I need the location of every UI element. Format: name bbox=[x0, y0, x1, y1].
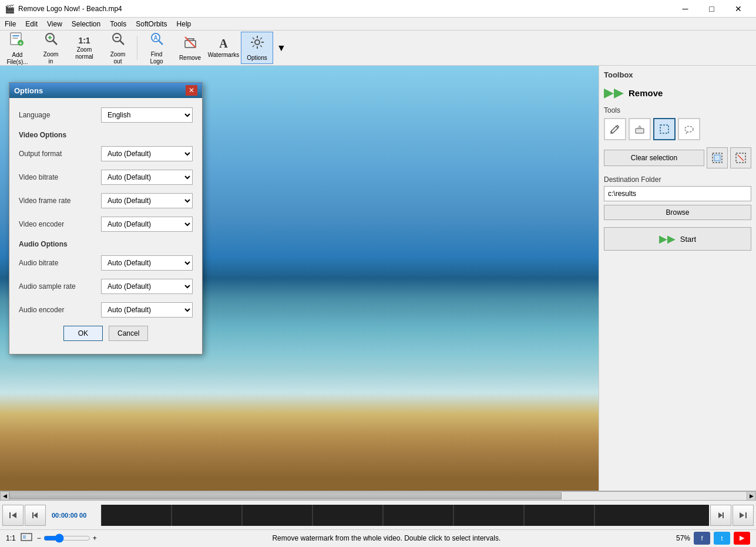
eraser-tool-button[interactable] bbox=[629, 118, 651, 140]
skip-to-start-button[interactable] bbox=[2, 505, 23, 526]
horizontal-scrollbar[interactable]: ◀ ▶ bbox=[0, 491, 756, 500]
scroll-left-button[interactable]: ◀ bbox=[0, 491, 9, 501]
title-bar: 🎬 Remove Logo Now! - Beach.mp4 ─ □ ✕ bbox=[0, 0, 756, 18]
skip-to-end-button[interactable] bbox=[733, 505, 754, 526]
language-row: Language English French German Spanish bbox=[19, 107, 193, 123]
menu-selection[interactable]: Selection bbox=[67, 18, 105, 31]
video-encoder-row: Video encoder Auto (Default) bbox=[19, 217, 193, 232]
audio-sample-rate-select[interactable]: Auto (Default) bbox=[101, 279, 193, 294]
remove-header-label: Remove bbox=[629, 88, 663, 98]
svg-marker-51 bbox=[718, 512, 723, 518]
youtube-button[interactable]: ▶ bbox=[734, 532, 750, 545]
svg-rect-2 bbox=[12, 38, 18, 39]
deselect-button[interactable] bbox=[730, 147, 751, 168]
svg-text:+: + bbox=[19, 40, 22, 46]
zoom-slider-container[interactable]: − + bbox=[37, 534, 97, 543]
options-dialog: Options ✕ Language English French German… bbox=[9, 82, 203, 354]
audio-sample-rate-row: Audio sample rate Auto (Default) bbox=[19, 279, 193, 294]
lasso-icon bbox=[683, 123, 695, 135]
start-arrow-icon: ▶▶ bbox=[659, 232, 676, 245]
pencil-tool-button[interactable] bbox=[604, 118, 626, 140]
find-logo-icon: A bbox=[149, 31, 164, 50]
output-format-select[interactable]: Auto (Default) bbox=[101, 146, 193, 161]
next-frame-button[interactable] bbox=[710, 505, 731, 526]
zoom-out-button[interactable]: Zoomout bbox=[102, 32, 134, 64]
audio-encoder-select[interactable]: Auto (Default) bbox=[101, 302, 193, 318]
svg-line-27 bbox=[260, 38, 262, 39]
twitter-button[interactable]: t bbox=[714, 532, 730, 545]
find-logo-button[interactable]: A FindLogo bbox=[140, 32, 173, 64]
skip-to-start-icon bbox=[8, 511, 18, 520]
svg-marker-40 bbox=[33, 512, 38, 518]
audio-bitrate-label: Audio bitrate bbox=[19, 259, 101, 267]
dialog-buttons: OK Cancel bbox=[19, 326, 193, 345]
tools-row bbox=[604, 118, 751, 140]
video-bitrate-select[interactable]: Auto (Default) bbox=[101, 170, 193, 185]
svg-marker-39 bbox=[12, 512, 16, 518]
app-icon: 🎬 bbox=[5, 4, 15, 13]
status-right: 57% f t ▶ bbox=[676, 532, 750, 545]
svg-rect-35 bbox=[714, 155, 720, 161]
zoom-out-icon bbox=[110, 31, 126, 50]
toolbox-title: Toolbox bbox=[604, 70, 751, 79]
options-label: Options bbox=[247, 55, 267, 62]
add-files-label: AddFile(s)... bbox=[6, 52, 28, 66]
menu-edit[interactable]: Edit bbox=[21, 18, 42, 31]
timeline-ruler[interactable] bbox=[101, 505, 709, 526]
menu-help[interactable]: Help bbox=[172, 18, 196, 31]
remove-button[interactable]: Remove bbox=[174, 32, 206, 64]
destination-folder-label: Destination Folder bbox=[604, 175, 751, 184]
svg-line-10 bbox=[120, 40, 124, 45]
prev-frame-button[interactable] bbox=[25, 505, 46, 526]
clear-selection-button[interactable]: Clear selection bbox=[604, 150, 704, 166]
zoom-in-button[interactable]: Zoomin bbox=[35, 32, 67, 64]
watermarks-button[interactable]: A Watermarks bbox=[207, 32, 240, 64]
video-encoder-select[interactable]: Auto (Default) bbox=[101, 217, 193, 232]
minimize-button[interactable]: ─ bbox=[672, 0, 698, 18]
language-select[interactable]: English French German Spanish bbox=[101, 107, 193, 123]
dialog-cancel-button[interactable]: Cancel bbox=[109, 326, 148, 341]
options-icon bbox=[250, 35, 265, 53]
close-button[interactable]: ✕ bbox=[725, 0, 751, 18]
svg-line-28 bbox=[253, 45, 254, 47]
destination-folder-input[interactable] bbox=[604, 186, 751, 201]
dialog-close-button[interactable]: ✕ bbox=[186, 85, 197, 96]
select-all-button[interactable] bbox=[707, 147, 728, 168]
next-frame-icon bbox=[716, 511, 725, 520]
scroll-thumb[interactable] bbox=[9, 492, 562, 499]
start-button[interactable]: ▶▶ Start bbox=[604, 227, 751, 251]
facebook-button[interactable]: f bbox=[694, 532, 710, 545]
language-label: Language bbox=[19, 111, 101, 119]
timeline-ticks bbox=[101, 505, 709, 526]
scroll-track[interactable] bbox=[9, 491, 747, 501]
video-bitrate-row: Video bitrate Auto (Default) bbox=[19, 170, 193, 185]
svg-point-20 bbox=[255, 40, 260, 45]
timecode-display: 00:00:00 00 bbox=[47, 512, 100, 519]
menu-softorbits[interactable]: SoftOrbits bbox=[131, 18, 172, 31]
add-files-button[interactable]: + AddFile(s)... bbox=[1, 32, 33, 64]
lasso-tool-button[interactable] bbox=[678, 118, 700, 140]
status-message: Remove watermark from the whole video. D… bbox=[272, 534, 500, 542]
zoom-ratio-label: 1:1 bbox=[6, 534, 16, 542]
dialog-ok-button[interactable]: OK bbox=[63, 326, 103, 341]
menu-bar: File Edit View Selection Tools SoftOrbit… bbox=[0, 18, 756, 31]
menu-file[interactable]: File bbox=[0, 18, 21, 31]
restore-button[interactable]: □ bbox=[698, 0, 725, 18]
rectangle-select-tool-button[interactable] bbox=[653, 118, 676, 140]
browse-button[interactable]: Browse bbox=[604, 205, 751, 220]
zoom-slider[interactable] bbox=[43, 534, 90, 543]
video-frame-rate-select[interactable]: Auto (Default) bbox=[101, 193, 193, 208]
rectangle-select-icon bbox=[658, 123, 670, 135]
toolbar: + AddFile(s)... Zoomin 1:1 Zoomnormal Zo… bbox=[0, 31, 756, 66]
svg-text:A: A bbox=[153, 35, 157, 41]
menu-tools[interactable]: Tools bbox=[105, 18, 131, 31]
toolbar-more-icon[interactable]: ▼ bbox=[274, 40, 288, 56]
dialog-titlebar: Options ✕ bbox=[9, 83, 202, 98]
add-files-icon: + bbox=[9, 31, 26, 50]
zoom-normal-button[interactable]: 1:1 Zoomnormal bbox=[68, 32, 100, 64]
scroll-right-button[interactable]: ▶ bbox=[747, 491, 756, 501]
audio-bitrate-select[interactable]: Auto (Default) bbox=[101, 255, 193, 271]
menu-view[interactable]: View bbox=[42, 18, 67, 31]
audio-bitrate-row: Audio bitrate Auto (Default) bbox=[19, 255, 193, 271]
options-button[interactable]: Options bbox=[241, 32, 273, 64]
